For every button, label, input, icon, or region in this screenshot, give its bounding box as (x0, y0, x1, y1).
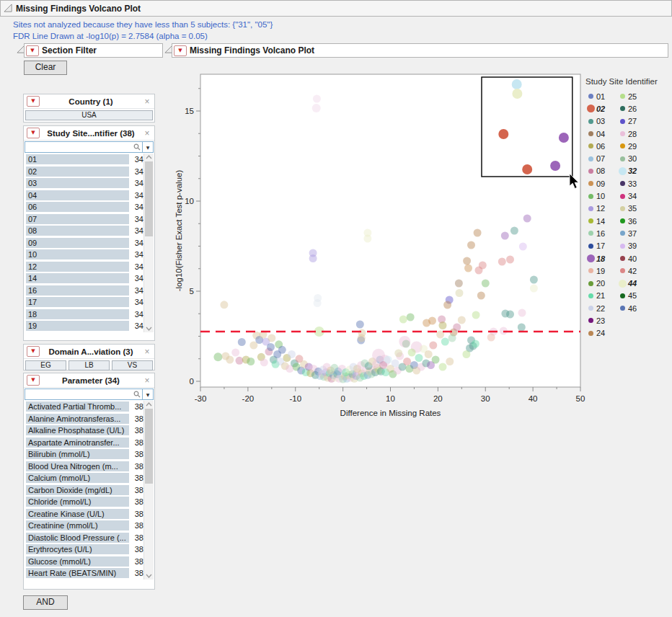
legend-dot[interactable] (588, 131, 593, 136)
data-point[interactable] (467, 241, 475, 249)
list-item[interactable]: 1634 (24, 285, 154, 297)
legend-label[interactable]: 08 (596, 167, 605, 175)
legend-dot[interactable] (620, 156, 625, 161)
data-point[interactable] (462, 350, 470, 358)
legend-label[interactable]: 40 (628, 254, 637, 263)
list-item[interactable]: Calcium (mmol/L)38 (24, 472, 154, 484)
data-point[interactable] (463, 257, 471, 265)
data-point[interactable] (425, 350, 433, 358)
legend-label[interactable]: 20 (596, 279, 605, 288)
list-item[interactable]: 1834 (24, 308, 154, 321)
selected-data-point[interactable] (522, 164, 532, 174)
list-item[interactable]: Erythrocytes (U/L)38 (24, 543, 154, 556)
scroll-arrow-icon[interactable] (144, 325, 154, 332)
data-point[interactable] (518, 324, 526, 332)
legend-label[interactable]: 23 (596, 316, 605, 325)
data-point[interactable] (506, 311, 514, 319)
data-point[interactable] (458, 316, 466, 324)
legend-label[interactable]: 10 (596, 192, 605, 200)
data-point[interactable] (403, 358, 411, 365)
legend-label[interactable]: 03 (596, 117, 605, 125)
selected-data-point[interactable] (550, 161, 560, 171)
legend-label[interactable]: 37 (628, 229, 637, 238)
legend-dot[interactable] (620, 119, 625, 124)
legend-dot[interactable] (620, 181, 625, 186)
list-item[interactable]: 0234 (24, 166, 154, 178)
data-point[interactable] (384, 356, 392, 364)
data-point[interactable] (498, 258, 506, 266)
legend-label[interactable]: 33 (628, 179, 637, 188)
data-point[interactable] (247, 358, 255, 365)
legend-dot[interactable] (620, 131, 625, 136)
legend-dot[interactable] (620, 143, 625, 148)
data-point[interactable] (482, 280, 490, 288)
legend-dot[interactable] (588, 206, 593, 211)
data-point[interactable] (363, 235, 371, 243)
legend-dot[interactable] (588, 281, 593, 286)
legend-dot[interactable] (620, 94, 625, 99)
legend-label[interactable]: 17 (596, 241, 605, 250)
scrollbar-thumb[interactable] (145, 409, 153, 484)
legend-dot[interactable] (588, 94, 593, 99)
legend-label[interactable]: 45 (628, 291, 637, 300)
list-item[interactable]: 0834 (24, 225, 154, 237)
legend-dot[interactable] (587, 254, 595, 262)
list-item[interactable]: 1034 (24, 249, 154, 261)
search-dropdown-button[interactable]: ▼ (143, 141, 154, 153)
data-point[interactable] (356, 321, 364, 329)
data-point[interactable] (358, 334, 366, 342)
legend-label[interactable]: 32 (628, 167, 637, 175)
legend-dot[interactable] (619, 280, 627, 288)
legend-label[interactable]: 28 (628, 130, 637, 138)
close-icon[interactable]: × (142, 376, 152, 385)
data-point[interactable] (309, 254, 317, 262)
data-point[interactable] (523, 215, 531, 223)
legend-dot[interactable] (620, 194, 625, 199)
data-point[interactable] (423, 319, 430, 327)
legend-dot[interactable] (620, 206, 625, 211)
legend-dot[interactable] (588, 119, 593, 124)
data-point[interactable] (231, 349, 239, 357)
list-item[interactable]: 0334 (24, 177, 154, 190)
filter-group-header-site[interactable]: ▼Study Site...ntifier (38)× (24, 126, 154, 141)
legend-label[interactable]: 14 (596, 217, 605, 226)
list-item[interactable]: 0434 (24, 190, 154, 202)
legend-dot[interactable] (588, 169, 593, 174)
list-item[interactable]: 1734 (24, 296, 154, 308)
filter-group-menu-button[interactable]: ▼ (27, 128, 40, 138)
data-point[interactable] (506, 256, 514, 264)
scrollbar[interactable] (143, 154, 154, 332)
filter-group-menu-button[interactable]: ▼ (27, 375, 40, 386)
legend-label[interactable]: 27 (628, 117, 637, 125)
legend-dot[interactable] (588, 306, 593, 311)
data-point[interactable] (288, 350, 296, 358)
selected-data-point[interactable] (559, 133, 569, 143)
data-point[interactable] (510, 227, 518, 235)
list-item[interactable]: Heart Rate (BEATS/MIN)38 (24, 567, 154, 580)
legend-label[interactable]: 12 (596, 204, 605, 213)
legend-dot[interactable] (620, 231, 625, 236)
legend-label[interactable]: 44 (628, 279, 637, 288)
data-point[interactable] (408, 349, 416, 357)
close-icon[interactable]: × (142, 129, 152, 138)
data-point[interactable] (415, 354, 423, 362)
legend-dot[interactable] (588, 331, 593, 336)
data-point[interactable] (455, 280, 463, 288)
legend-label[interactable]: 18 (596, 254, 605, 263)
legend-dot[interactable] (620, 244, 625, 249)
scroll-arrow-icon[interactable] (144, 154, 154, 161)
data-point[interactable] (399, 316, 407, 324)
list-item[interactable]: Chloride (mmol/L)38 (24, 496, 154, 508)
list-item[interactable]: Glucose (mmol/L)38 (24, 556, 154, 568)
data-point[interactable] (314, 299, 322, 307)
list-item[interactable]: Activated Partial Thromb...38 (24, 401, 154, 413)
data-point[interactable] (267, 343, 275, 351)
data-point[interactable] (260, 358, 268, 366)
legend-label[interactable]: 26 (628, 105, 637, 113)
list-item[interactable]: Blood Urea Nitrogen (m...38 (24, 461, 154, 473)
data-point[interactable] (394, 350, 402, 358)
scroll-arrow-icon[interactable] (144, 401, 154, 408)
scrollbar-thumb[interactable] (145, 161, 153, 236)
legend-label[interactable]: 29 (628, 142, 637, 151)
legend-dot[interactable] (588, 231, 593, 236)
